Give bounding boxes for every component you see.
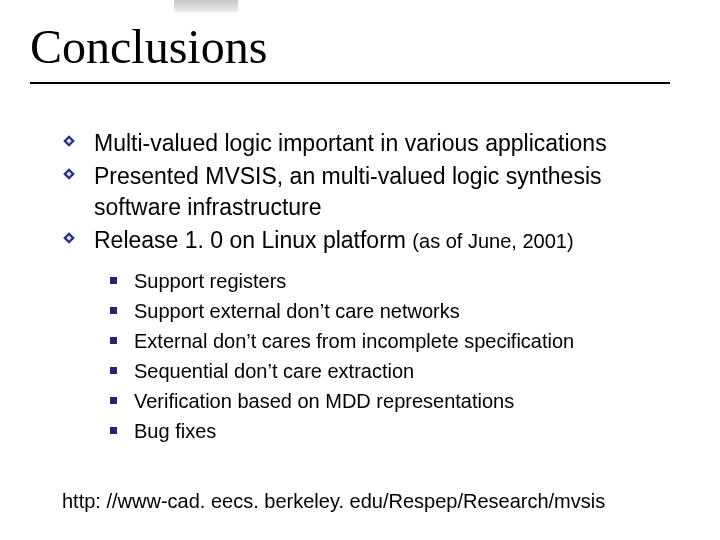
sub-bullet-text: External don’t cares from incomplete spe… [134, 330, 574, 352]
bullet-text: Multi-valued logic important in various … [94, 130, 607, 156]
slide-title: Conclusions [30, 22, 267, 72]
sub-bullet-item: Sequential don’t care extraction [62, 356, 662, 386]
slide: Conclusions Multi-valued logic important… [0, 0, 720, 540]
footer-url: http: //www-cad. eecs. berkeley. edu/Res… [62, 490, 605, 513]
square-bullet-icon [110, 367, 117, 374]
bullet-item: Multi-valued logic important in various … [62, 128, 662, 159]
diamond-bullet-icon [62, 134, 76, 148]
sub-bullet-item: Bug fixes [62, 416, 662, 446]
square-bullet-icon [110, 277, 117, 284]
sub-bullet-text: Support registers [134, 270, 286, 292]
square-bullet-icon [110, 397, 117, 404]
sub-bullet-item: Support external don’t care networks [62, 296, 662, 326]
bullet-list-level2: Support registers Support external don’t… [62, 266, 662, 446]
sub-bullet-text: Verification based on MDD representation… [134, 390, 514, 412]
sub-bullet-item: Verification based on MDD representation… [62, 386, 662, 416]
sub-bullet-text: Bug fixes [134, 420, 216, 442]
sub-bullet-item: Support registers [62, 266, 662, 296]
decorative-shadow [174, 0, 238, 12]
sub-bullet-item: External don’t cares from incomplete spe… [62, 326, 662, 356]
diamond-bullet-icon [62, 167, 76, 181]
bullet-item: Presented MVSIS, an multi-valued logic s… [62, 161, 662, 223]
square-bullet-icon [110, 337, 117, 344]
title-underline [30, 82, 670, 84]
sub-bullet-text: Sequential don’t care extraction [134, 360, 414, 382]
diamond-bullet-icon [62, 231, 76, 245]
bullet-list-level1: Multi-valued logic important in various … [62, 128, 662, 256]
title-wrap: Conclusions [30, 22, 267, 72]
slide-body: Multi-valued logic important in various … [62, 128, 662, 446]
sub-bullet-text: Support external don’t care networks [134, 300, 460, 322]
square-bullet-icon [110, 427, 117, 434]
bullet-text: Release 1. 0 on Linux platform [94, 227, 412, 253]
bullet-note: (as of June, 2001) [412, 230, 573, 252]
bullet-text: Presented MVSIS, an multi-valued logic s… [94, 163, 602, 220]
bullet-item: Release 1. 0 on Linux platform (as of Ju… [62, 225, 662, 256]
square-bullet-icon [110, 307, 117, 314]
